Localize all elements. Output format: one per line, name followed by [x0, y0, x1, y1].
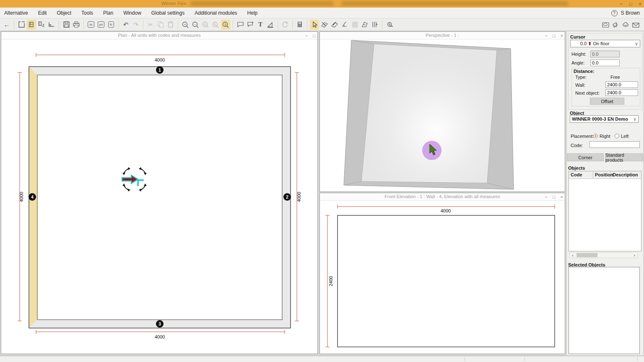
placement-left-radio[interactable]: [615, 134, 619, 138]
code-field[interactable]: [589, 141, 640, 148]
zoom-3d-icon[interactable]: 3: [221, 20, 230, 30]
zoom-region-icon[interactable]: R: [211, 20, 220, 30]
perspective-window-titlebar[interactable]: Perspective - 1 : − □ ×: [320, 32, 565, 39]
menu-additional-modules[interactable]: Additional modules: [190, 8, 242, 18]
objects-hscrollbar[interactable]: ‹ ›: [569, 252, 638, 258]
multi-view-icon[interactable]: [37, 20, 46, 30]
plan-view-icon[interactable]: [17, 20, 26, 30]
perspective-window-title: Perspective - 1 :: [320, 33, 565, 38]
menu-object[interactable]: Object: [52, 8, 76, 18]
undo-icon[interactable]: ↶: [121, 20, 130, 30]
comment-icon[interactable]: [246, 20, 255, 30]
scrollbar-thumb[interactable]: [576, 253, 597, 257]
perspective-close-button[interactable]: ×: [561, 32, 563, 39]
menu-tools[interactable]: Tools: [76, 8, 98, 18]
perspective-canvas[interactable]: [320, 39, 565, 191]
zoom-previous-icon[interactable]: 0: [201, 20, 210, 30]
standard-products-button[interactable]: Standard products: [605, 153, 643, 161]
megaphone-icon[interactable]: [611, 20, 620, 30]
elevation-view-icon[interactable]: [27, 20, 36, 30]
elevation-canvas[interactable]: 4000 2400: [320, 201, 565, 354]
cursor-panel: Cursor 0.0 ⬆ On floor ∨ Height: 0.0 Angl…: [568, 33, 642, 110]
menu-plan[interactable]: Plan: [98, 8, 118, 18]
corner-button[interactable]: Corner: [567, 153, 604, 161]
pn-button[interactable]: pn: [96, 20, 106, 30]
wall-marker-1[interactable]: 1: [156, 66, 164, 74]
redo-icon[interactable]: ↷: [131, 20, 140, 30]
copy-icon[interactable]: [156, 20, 165, 30]
mail-icon[interactable]: [631, 20, 640, 30]
placement-right-radio[interactable]: [593, 134, 598, 138]
plan-maximize-button[interactable]: □: [313, 32, 316, 39]
rotate-icon[interactable]: [280, 20, 290, 30]
selected-objects-list[interactable]: [569, 267, 640, 354]
wall-angle-icon[interactable]: [340, 20, 349, 30]
cut-icon[interactable]: ✂: [146, 20, 155, 30]
fc-button[interactable]: fc: [106, 20, 116, 30]
elevation-minimize-button[interactable]: −: [545, 193, 547, 201]
distance-type-label: Type:: [575, 75, 587, 80]
wall-marker-3[interactable]: 3: [156, 320, 164, 328]
cloud-folder-icon[interactable]: [601, 20, 610, 30]
menu-help[interactable]: Help: [242, 8, 263, 18]
plan-placement-cursor[interactable]: [122, 167, 147, 191]
cursor-mode-dropdown[interactable]: 0.0 ⬆ On floor ∨: [570, 40, 640, 47]
wall-marker-2[interactable]: 2: [283, 193, 291, 201]
wall-marker-4[interactable]: 4: [29, 193, 36, 201]
room-floor-3d[interactable]: [361, 44, 497, 183]
plan-canvas[interactable]: 4000 4000 4000 4000: [1, 39, 317, 354]
calculator-icon[interactable]: [295, 20, 304, 30]
app-minimize-button[interactable]: −: [620, 0, 622, 8]
offset-button[interactable]: Offset: [590, 98, 624, 105]
wall-cabinet-icon[interactable]: [360, 20, 369, 30]
corner-view-icon[interactable]: [47, 20, 56, 30]
wall-distance-field[interactable]: 2400.0: [605, 81, 638, 88]
app-title: Winner Flex: [161, 1, 186, 6]
height-field: 0.0: [590, 51, 620, 57]
object-catalog-value: WINNER 0000-3 EN Demo: [572, 116, 628, 122]
sc-button[interactable]: sc: [86, 20, 96, 30]
print-icon[interactable]: [72, 20, 81, 30]
objects-table[interactable]: Code Position Description: [569, 171, 641, 251]
perspective-maximize-button[interactable]: □: [553, 32, 556, 39]
grid-icon[interactable]: [350, 20, 359, 30]
paste-icon[interactable]: [166, 20, 175, 30]
menu-global-settings[interactable]: Global settings: [146, 8, 190, 18]
cloud-chat-icon[interactable]: [621, 20, 630, 30]
menu-edit[interactable]: Edit: [33, 8, 52, 18]
next-object-field[interactable]: 2400.0: [605, 89, 638, 96]
app-maximize-button[interactable]: □: [629, 0, 632, 8]
elevation-maximize-button[interactable]: □: [553, 193, 556, 201]
wall-build-icon[interactable]: [320, 20, 329, 30]
user-name[interactable]: S Brown: [621, 10, 640, 16]
angle-field[interactable]: 0.0: [590, 59, 620, 66]
zoom-in-icon[interactable]: +: [181, 20, 190, 30]
help-icon[interactable]: ?: [611, 10, 618, 16]
parallel-walls-icon[interactable]: [370, 20, 379, 30]
scroll-right-icon[interactable]: ›: [631, 253, 637, 258]
elevation-close-button[interactable]: ×: [561, 193, 563, 201]
app-close-button[interactable]: ×: [639, 0, 641, 8]
elevation-wall-face[interactable]: [338, 215, 555, 347]
note-icon[interactable]: [236, 20, 245, 30]
plan-window-titlebar[interactable]: Plan - All units with codes and measures…: [1, 32, 317, 39]
elevation-window-titlebar[interactable]: Front Elevation - 1 : Wall - 4, Elevatio…: [320, 193, 565, 201]
objects-col-description[interactable]: Description: [611, 171, 641, 178]
perspective-minimize-button[interactable]: −: [545, 32, 547, 39]
menu-window[interactable]: Window: [118, 8, 146, 18]
winner-flex-app: Winner Flex − □ × Alternative Edit Objec…: [0, 0, 644, 362]
menu-alternative[interactable]: Alternative: [0, 8, 33, 18]
plan-minimize-button[interactable]: −: [305, 32, 308, 39]
measure-tape-icon[interactable]: [385, 20, 394, 30]
measure-tool-icon[interactable]: [266, 20, 275, 30]
zoom-out-icon[interactable]: −: [191, 20, 200, 30]
objects-col-code[interactable]: Code: [569, 171, 593, 178]
text-tool-icon[interactable]: T: [256, 20, 265, 30]
object-catalog-dropdown[interactable]: WINNER 0000-3 EN Demo ∨: [570, 115, 639, 123]
scroll-left-icon[interactable]: ‹: [570, 253, 576, 258]
back-button[interactable]: ←: [2, 20, 11, 30]
select-cursor-icon[interactable]: [310, 20, 319, 30]
save-icon[interactable]: [62, 20, 71, 30]
objects-col-position[interactable]: Position: [593, 171, 611, 178]
wall-divide-icon[interactable]: [330, 20, 339, 30]
